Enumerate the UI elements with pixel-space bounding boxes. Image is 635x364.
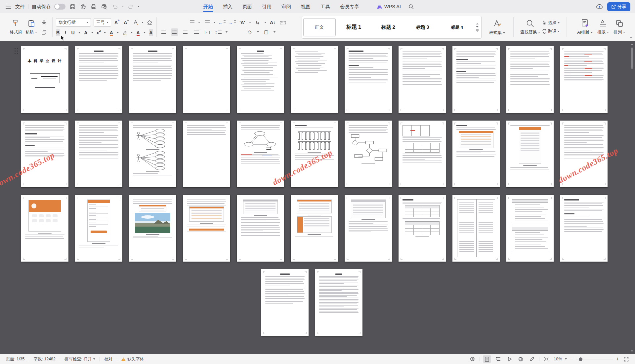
page-thumbnail-21[interactable] bbox=[506, 121, 554, 187]
page-thumbnail-31[interactable] bbox=[452, 195, 500, 262]
borders-icon[interactable]: ▢ bbox=[263, 28, 270, 36]
find-replace-button[interactable]: 查找替换 bbox=[520, 19, 540, 35]
export-pdf-icon[interactable] bbox=[79, 3, 87, 10]
page-thumbnail-35[interactable] bbox=[315, 269, 362, 336]
tab-ruler-icon[interactable] bbox=[279, 19, 287, 26]
copy-icon[interactable] bbox=[40, 29, 48, 36]
page-thumbnail-18[interactable] bbox=[345, 121, 392, 187]
page-thumbnail-24[interactable] bbox=[75, 195, 122, 262]
zoom-in-button[interactable]: + bbox=[616, 356, 619, 362]
scrollbar-thumb[interactable] bbox=[631, 48, 633, 69]
print-preview-icon[interactable] bbox=[101, 3, 108, 10]
superscript-icon[interactable]: x2 bbox=[97, 29, 101, 36]
char-border-icon[interactable]: A bbox=[149, 29, 153, 36]
wps-ai-menu[interactable]: WPS AI bbox=[376, 0, 401, 13]
font-name-select[interactable]: 华文行楷 bbox=[56, 18, 91, 27]
zoom-slider-handle[interactable] bbox=[579, 357, 582, 361]
text-effects-icon[interactable] bbox=[132, 19, 139, 26]
redo-icon[interactable] bbox=[127, 3, 134, 10]
zoom-slider[interactable] bbox=[576, 359, 613, 359]
document-canvas[interactable]: 本 科 毕 业 设 计 bbox=[0, 42, 635, 354]
text-tool-icon[interactable]: 'A' bbox=[239, 19, 246, 26]
styles-set-button[interactable]: 样式集 bbox=[489, 18, 505, 36]
page-thumbnail-26[interactable] bbox=[183, 195, 230, 262]
page-thumbnail-14[interactable] bbox=[129, 121, 176, 187]
page-thumbnail-5[interactable] bbox=[237, 46, 284, 113]
tab-审阅[interactable]: 审阅 bbox=[276, 0, 296, 13]
select-button[interactable]: 选择 bbox=[542, 20, 560, 26]
zoom-level[interactable]: 18% bbox=[554, 357, 562, 361]
clear-format-icon[interactable] bbox=[146, 19, 153, 26]
page-thumbnail-10[interactable] bbox=[506, 46, 554, 113]
arrange-button[interactable]: 排列 bbox=[614, 19, 625, 35]
bullets-icon[interactable] bbox=[188, 19, 195, 26]
ai-layout-button[interactable]: AI排版 bbox=[577, 19, 593, 35]
tab-工具[interactable]: 工具 bbox=[316, 0, 335, 13]
page-thumbnail-23[interactable] bbox=[21, 195, 68, 262]
cut-icon[interactable] bbox=[40, 18, 48, 25]
vertical-scrollbar[interactable] bbox=[630, 42, 634, 353]
page-view-icon[interactable] bbox=[483, 355, 491, 363]
hamburger-icon[interactable] bbox=[5, 3, 12, 10]
page-thumbnail-28[interactable] bbox=[291, 195, 338, 262]
zoom-out-button[interactable]: − bbox=[570, 356, 573, 362]
web-view-icon[interactable] bbox=[517, 355, 525, 363]
page-thumbnail-27[interactable] bbox=[237, 195, 284, 262]
font-size-select[interactable]: 三号 bbox=[94, 18, 111, 27]
char-shading-icon[interactable]: A bbox=[109, 29, 113, 36]
sort-icon[interactable]: A↓ bbox=[269, 19, 276, 26]
wrap-icon[interactable]: ⇆ bbox=[254, 19, 261, 26]
style-标题 3[interactable]: 标题 3 bbox=[406, 18, 439, 36]
page-thumbnail-20[interactable] bbox=[452, 121, 500, 187]
page-thumbnail-30[interactable] bbox=[399, 195, 446, 262]
page-thumbnail-4[interactable] bbox=[183, 46, 230, 113]
styles-scroll-down-icon[interactable] bbox=[476, 26, 479, 27]
decrease-font-icon[interactable]: A− bbox=[123, 19, 130, 26]
search-icon[interactable] bbox=[407, 3, 415, 10]
align-right-icon[interactable] bbox=[182, 28, 189, 36]
redo-dropdown-caret[interactable] bbox=[138, 6, 140, 7]
font-color-icon[interactable]: A bbox=[136, 29, 140, 36]
style-正文[interactable]: 正文 bbox=[303, 18, 336, 36]
translate-button[interactable]: 翻译 bbox=[542, 29, 560, 34]
page-thumbnail-11[interactable] bbox=[560, 46, 608, 113]
spellcheck-status[interactable]: 拼写检查: 打开 bbox=[64, 356, 95, 362]
page-indicator[interactable]: 页面: 1/35 bbox=[6, 356, 24, 362]
paste-button[interactable]: 粘贴 bbox=[25, 19, 37, 35]
page-drag-handle[interactable] bbox=[15, 48, 18, 54]
read-mode-icon[interactable] bbox=[505, 355, 514, 363]
page-thumbnail-6[interactable] bbox=[291, 46, 338, 113]
format-painter-button[interactable]: 格式刷 bbox=[10, 19, 22, 35]
missing-font-warning[interactable]: 缺失字体 bbox=[121, 356, 144, 362]
decrease-indent-icon[interactable]: ← bbox=[218, 19, 226, 26]
print-icon[interactable] bbox=[90, 3, 97, 10]
styles-more-icon[interactable] bbox=[476, 29, 479, 32]
eye-protection-icon[interactable] bbox=[468, 355, 477, 363]
distribute-icon[interactable]: |↔| bbox=[204, 28, 211, 36]
zoom-dropdown-caret[interactable] bbox=[565, 358, 567, 360]
increase-font-icon[interactable]: A+ bbox=[114, 19, 120, 26]
fit-page-icon[interactable] bbox=[542, 355, 551, 363]
page-thumbnail-33[interactable] bbox=[560, 195, 608, 262]
file-menu[interactable]: 文件 bbox=[15, 4, 25, 10]
page-thumbnail-15[interactable] bbox=[183, 121, 230, 187]
scroll-down-icon[interactable] bbox=[631, 350, 633, 352]
cloud-upload-icon[interactable] bbox=[596, 3, 603, 10]
scroll-up-icon[interactable] bbox=[631, 43, 633, 46]
ink-icon[interactable] bbox=[528, 355, 536, 363]
outline-view-icon[interactable] bbox=[494, 355, 502, 363]
tab-会员专享[interactable]: 会员专享 bbox=[335, 0, 364, 13]
page-thumbnail-1[interactable]: 本 科 毕 业 设 计 bbox=[21, 46, 68, 113]
page-thumbnail-7[interactable] bbox=[345, 46, 392, 113]
page-thumbnail-13[interactable] bbox=[75, 121, 122, 187]
strikethrough-icon[interactable]: A bbox=[84, 29, 88, 36]
word-count[interactable]: 字数: 12482 bbox=[33, 356, 56, 362]
proofread-button[interactable]: 校对 bbox=[104, 356, 112, 362]
tab-视图[interactable]: 视图 bbox=[296, 0, 316, 13]
style-标题 4[interactable]: 标题 4 bbox=[441, 18, 473, 36]
shading-icon[interactable]: ◇ bbox=[246, 28, 253, 36]
align-center-icon[interactable] bbox=[171, 28, 178, 36]
layout-button[interactable]: 排版 bbox=[597, 19, 609, 35]
justify-icon[interactable] bbox=[193, 28, 200, 36]
page-thumbnail-22[interactable] bbox=[560, 121, 608, 187]
